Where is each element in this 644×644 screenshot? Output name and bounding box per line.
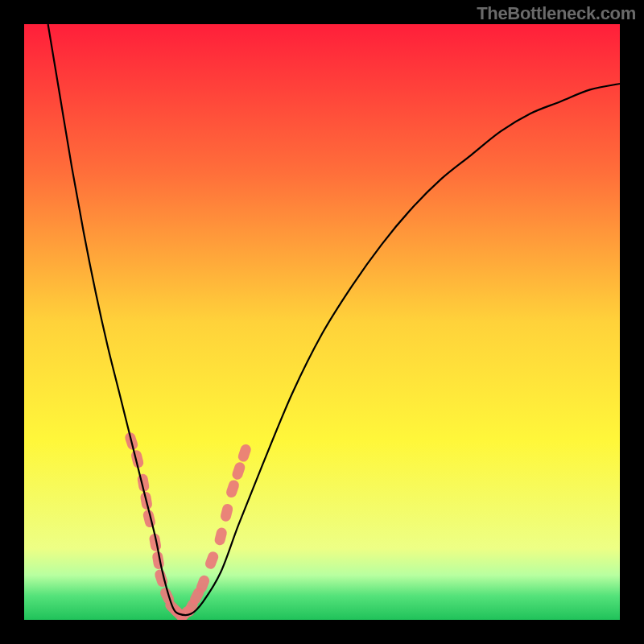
chart-svg [24,24,620,620]
watermark-text: TheBottleneck.com [477,3,636,24]
chart-frame: TheBottleneck.com [0,0,644,644]
plot-area [24,24,620,620]
